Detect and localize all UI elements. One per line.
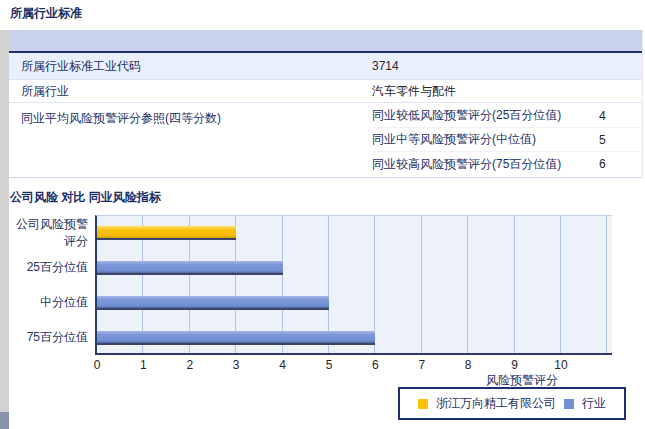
- peer-score-subtable: 同业较低风险预警评分(25百分位值) 4 同业中等风险预警评分(中位值) 5 同…: [372, 103, 642, 176]
- section-title-industry-standard: 所属行业标准: [10, 5, 82, 22]
- gridline: [560, 216, 561, 353]
- gridline: [421, 216, 422, 353]
- y-axis-category-label: 中分位值: [6, 285, 88, 320]
- subrow-label: 同业较高风险预警评分(75百分位值): [372, 156, 599, 173]
- vertical-scrollbar-thumb[interactable]: [0, 412, 9, 429]
- x-axis-tick-label: 10: [554, 358, 567, 372]
- company-legend-swatch: [418, 399, 428, 409]
- subtable-row: 同业较高风险预警评分(75百分位值) 6: [372, 152, 642, 176]
- chart-bar: [97, 296, 329, 310]
- row-label: 所属行业标准工业代码: [9, 58, 372, 75]
- y-axis-category-label: 25百分位值: [6, 250, 88, 285]
- chart-bar: [97, 226, 236, 240]
- subtable-row: 同业较低风险预警评分(25百分位值) 4: [372, 104, 642, 128]
- table-row: 所属行业 汽车零件与配件: [9, 80, 642, 103]
- x-axis-tick-label: 9: [511, 358, 518, 372]
- x-axis-tick-label: 5: [326, 358, 333, 372]
- table-row: 同业平均风险预警评分参照(四等分数) 同业较低风险预警评分(25百分位值) 4 …: [9, 103, 642, 178]
- company-legend-label: 浙江万向精工有限公司: [436, 395, 556, 412]
- industry-standard-table: 所属行业标准工业代码 3714 所属行业 汽车零件与配件 同业平均风险预警评分参…: [9, 30, 643, 178]
- row-label: 同业平均风险预警评分参照(四等分数): [9, 103, 372, 127]
- y-axis-category-label: 75百分位值: [6, 320, 88, 355]
- industry-legend-label: 行业: [582, 395, 606, 412]
- subrow-label: 同业中等风险预警评分(中位值): [372, 131, 599, 148]
- subrow-value: 5: [599, 133, 642, 147]
- gridline: [467, 216, 468, 353]
- x-axis-tick-label: 4: [279, 358, 286, 372]
- row-label: 所属行业: [9, 83, 372, 100]
- y-axis-category-label: 公司风险预警评分: [6, 215, 88, 250]
- chart-legend: 浙江万向精工有限公司 行业: [398, 387, 626, 420]
- subrow-value: 4: [599, 109, 642, 123]
- x-axis-tick-label: 3: [233, 358, 240, 372]
- row-value: 3714: [372, 59, 642, 73]
- section-title-risk-comparison: 公司风险 对比 同业风险指标: [10, 189, 161, 206]
- row-value: 汽车零件与配件: [372, 83, 642, 100]
- x-axis-tick-label: 2: [186, 358, 193, 372]
- x-axis-tick-label: 0: [94, 358, 101, 372]
- bar-chart-plot-area: [95, 215, 612, 355]
- table-row: 所属行业标准工业代码 3714: [9, 53, 642, 80]
- x-axis-tick-label: 6: [372, 358, 379, 372]
- x-axis-tick-label: 7: [418, 358, 425, 372]
- table-header-row: [9, 30, 642, 53]
- chart-bar: [97, 261, 283, 275]
- gridline: [514, 216, 515, 353]
- subrow-value: 6: [599, 157, 642, 171]
- risk-report-page: 所属行业标准 所属行业标准工业代码 3714 所属行业 汽车零件与配件 同业平均…: [0, 0, 645, 429]
- industry-legend-swatch: [564, 399, 574, 409]
- x-axis-tick-label: 8: [465, 358, 472, 372]
- subtable-row: 同业中等风险预警评分(中位值) 5: [372, 128, 642, 152]
- x-axis-tick-label: 1: [140, 358, 147, 372]
- subrow-label: 同业较低风险预警评分(25百分位值): [372, 107, 599, 124]
- gridline: [606, 216, 607, 353]
- chart-bar: [97, 331, 375, 345]
